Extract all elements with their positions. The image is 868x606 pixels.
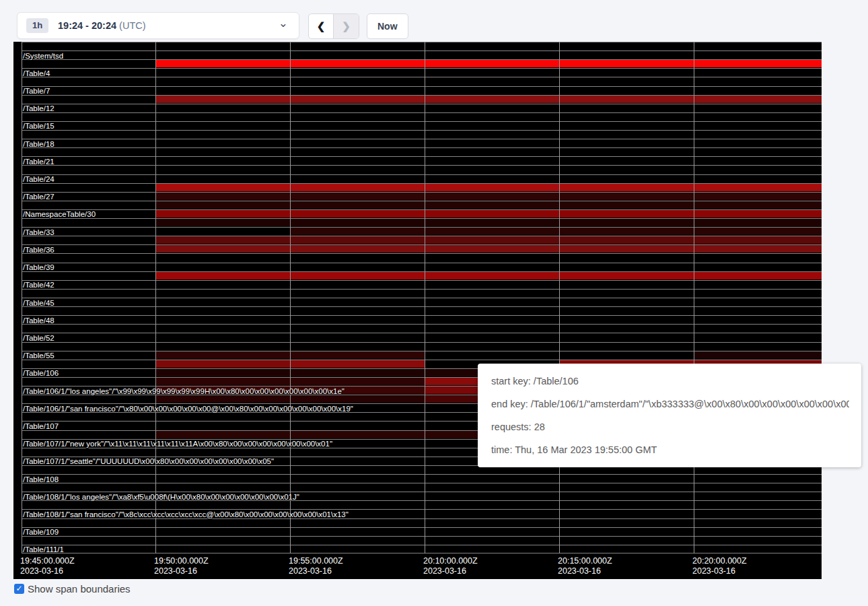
show-span-boundaries-control[interactable]: ✓ Show span boundaries [14, 583, 131, 595]
heatmap-band[interactable] [425, 272, 559, 279]
heatmap-band[interactable] [155, 219, 290, 226]
heatmap-band[interactable] [559, 245, 694, 252]
heatmap-band[interactable] [290, 96, 425, 103]
span-boundary-line [22, 121, 822, 122]
heatmap-band[interactable] [694, 184, 822, 191]
heatmap-band[interactable] [559, 60, 694, 67]
heatmap-band[interactable] [290, 210, 425, 217]
span-boundary-line [22, 50, 822, 51]
next-time-button[interactable]: ❯ [334, 14, 359, 38]
span-boundary-line [22, 59, 822, 60]
heatmap-band[interactable] [290, 378, 425, 385]
time-axis-label: 20:20:00.000Z2023-03-16 [692, 556, 747, 576]
heatmap-band[interactable] [694, 96, 822, 103]
heatmap-band[interactable] [694, 272, 822, 279]
heatmap-band[interactable] [694, 193, 822, 200]
span-boundary-line [22, 324, 822, 325]
heatmap-band[interactable] [290, 201, 425, 209]
heatmap-band[interactable] [290, 228, 425, 235]
heatmap-band[interactable] [290, 219, 425, 226]
heatmap-band[interactable] [425, 193, 559, 200]
heatmap-band[interactable] [290, 272, 425, 279]
now-button[interactable]: Now [367, 13, 408, 39]
time-range-value: 19:24 - 20:24 [58, 20, 116, 31]
heatmap-band[interactable] [290, 193, 425, 200]
heatmap-band[interactable] [425, 245, 559, 252]
heatmap-band[interactable] [425, 60, 559, 67]
heatmap-band[interactable] [155, 395, 290, 403]
chevron-left-icon: ❮ [317, 20, 326, 32]
heatmap-band[interactable] [559, 272, 694, 279]
heatmap-band[interactable] [425, 228, 559, 235]
heatmap-band[interactable] [694, 210, 822, 217]
heatmap-band[interactable] [290, 395, 425, 403]
key-row-label: /Table/108 [23, 475, 59, 483]
span-boundary-line [22, 95, 822, 96]
heatmap-band[interactable] [694, 228, 822, 235]
heatmap-band[interactable] [155, 210, 290, 217]
heatmap-band[interactable] [694, 236, 822, 244]
chevron-down-icon: ⌄ [279, 16, 288, 30]
span-boundary-line [22, 545, 822, 545]
heatmap-band[interactable] [155, 201, 290, 209]
heatmap-band[interactable] [694, 351, 822, 359]
span-boundary-line [22, 360, 822, 360]
heatmap-band[interactable] [290, 369, 425, 376]
heatmap-band[interactable] [155, 193, 290, 200]
heatmap-band[interactable] [559, 184, 694, 191]
heatmap-band[interactable] [425, 184, 559, 191]
time-range-selector[interactable]: 1h 19:24 - 20:24 (UTC) ⌄ [17, 12, 299, 39]
heatmap-band[interactable] [559, 193, 694, 200]
span-boundary-line [22, 147, 822, 148]
heatmap-band[interactable] [694, 60, 822, 67]
heatmap-band[interactable] [559, 236, 694, 244]
heatmap-band[interactable] [155, 378, 290, 385]
heatmap-band[interactable] [290, 431, 425, 438]
show-span-boundaries-checkbox[interactable]: ✓ [14, 584, 24, 594]
heatmap-grid[interactable]: /System/tsd/Table/4/Table/7/Table/12/Tab… [13, 42, 822, 553]
span-boundary-line [22, 112, 822, 113]
heatmap-band[interactable] [694, 245, 822, 252]
heatmap-band[interactable] [559, 201, 694, 209]
heatmap-band[interactable] [425, 219, 559, 226]
heatmap-band[interactable] [290, 245, 425, 252]
key-visualizer-canvas[interactable]: /System/tsd/Table/4/Table/7/Table/12/Tab… [13, 42, 822, 579]
heatmap-band[interactable] [290, 360, 425, 368]
heatmap-band[interactable] [155, 236, 290, 244]
heatmap-band[interactable] [425, 236, 559, 244]
span-boundary-line [22, 227, 822, 228]
key-row-label: /Table/33 [23, 228, 55, 236]
heatmap-band[interactable] [290, 351, 425, 359]
key-row-label: /Table/106 [23, 369, 59, 377]
prev-time-button[interactable]: ❮ [309, 14, 334, 38]
heatmap-band[interactable] [425, 210, 559, 217]
heatmap-band[interactable] [155, 60, 290, 67]
heatmap-band[interactable] [425, 96, 559, 103]
key-row-label: /Table/48 [23, 316, 55, 325]
heatmap-band[interactable] [694, 219, 822, 226]
heatmap-band[interactable] [559, 96, 694, 103]
heatmap-band[interactable] [155, 272, 290, 279]
heatmap-band[interactable] [290, 184, 425, 191]
heatmap-band[interactable] [155, 431, 290, 438]
heatmap-band[interactable] [290, 236, 425, 244]
heatmap-band[interactable] [155, 184, 290, 191]
key-row-label: /Table/108/1/"san francisco"/"\x8c\xcc\x… [23, 510, 349, 518]
heatmap-band[interactable] [559, 219, 694, 226]
key-row-label: /Table/12 [23, 104, 55, 112]
heatmap-band[interactable] [290, 60, 425, 67]
time-gridline [155, 42, 156, 553]
key-row-label: /Table/42 [23, 281, 55, 289]
heatmap-band[interactable] [425, 201, 559, 209]
heatmap-band[interactable] [155, 360, 290, 368]
heatmap-band[interactable] [155, 245, 290, 252]
tooltip-requests: requests: 28 [491, 420, 849, 434]
heatmap-band[interactable] [559, 228, 694, 235]
heatmap-band[interactable] [155, 96, 290, 103]
heatmap-band[interactable] [155, 351, 290, 359]
key-row-label: /Table/107 [23, 422, 59, 430]
key-row-label: /Table/106/1/"los angeles"/"\x99\x99\x99… [23, 387, 345, 395]
heatmap-band[interactable] [155, 369, 290, 376]
heatmap-band[interactable] [694, 201, 822, 209]
heatmap-band[interactable] [559, 210, 694, 217]
